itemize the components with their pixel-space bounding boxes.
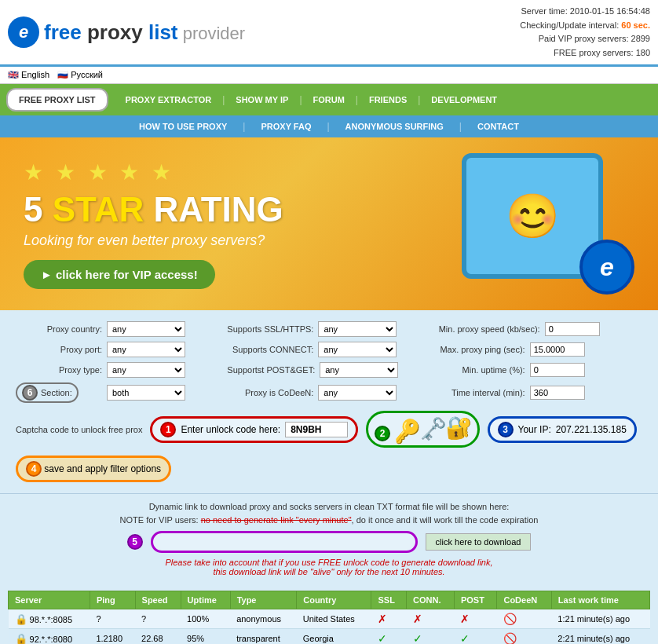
banner-right: 😊 e (438, 153, 634, 295)
nav-development[interactable]: DEVELOPMENT (420, 87, 508, 112)
proxy-table-container: Server Ping Speed Uptime Type Country SS… (0, 583, 658, 644)
filter-min-uptime: Min. uptime (%): (439, 362, 642, 378)
cell-ssl: ✓ (371, 629, 407, 644)
cell-server: 🔒 98.*.*:8085 (9, 609, 90, 629)
lock-icon: 🔒 (15, 633, 27, 644)
filter-time-interval: Time interval (min): (439, 382, 642, 403)
enter-label: Enter unlock code here: (181, 424, 280, 435)
min-speed-input[interactable] (545, 322, 600, 336)
nav-how-to-use[interactable]: HOW TO USE PROXY (123, 115, 243, 137)
download-warning1: Please take into account that if you use… (16, 558, 642, 567)
free-label: FREE proxy servers: (554, 48, 636, 57)
cell-country: United States (297, 609, 371, 629)
nav-anon-surfing[interactable]: ANONYMOUS SURFING (330, 115, 459, 137)
download-note1: Dynamic link to download proxy and socks… (16, 500, 642, 514)
paid-count: 2899 (631, 34, 650, 43)
col-server: Server (9, 591, 90, 609)
unlock-code-input[interactable] (285, 422, 348, 437)
ie-logo-icon: e (579, 240, 634, 295)
cell-post: ✗ (454, 609, 497, 629)
banner-5: 5 (24, 190, 42, 229)
codeen-select[interactable]: any (318, 385, 397, 401)
lock-icon: 🔒 (15, 613, 27, 625)
col-post: POST (454, 591, 497, 609)
proxy-type-label: Proxy type: (16, 365, 102, 375)
captcha-image-box: 2 🔑🗝️🔐 (366, 411, 479, 448)
interval-label: Checking/Update interval: (520, 20, 621, 30)
logo-e-icon: e (8, 16, 39, 48)
nav-proxy-faq[interactable]: PROXY FAQ (245, 115, 327, 137)
num-1: 1 (160, 422, 176, 437)
filter-proxy-country: Proxy country: any (16, 321, 219, 337)
logo-list: list (148, 20, 178, 44)
postget-select[interactable]: any (320, 362, 398, 378)
connect-select[interactable]: any (318, 342, 397, 357)
save-button-label: save and apply filter options (44, 463, 161, 474)
save-button-oval[interactable]: 4 save and apply filter options (16, 456, 171, 482)
time-interval-label: Time interval (min): (439, 388, 525, 397)
col-ping: Ping (90, 591, 135, 609)
nav-contact[interactable]: CONTACT (462, 115, 535, 137)
nav-friends[interactable]: FRIENDS (358, 87, 418, 112)
captcha-label: Captcha code to unlock free prox (16, 425, 142, 434)
cell-server: 🔒 92.*.*:8080 (9, 629, 90, 644)
server-info: Server time: 2010-01-15 16:54:48 Checkin… (520, 5, 650, 60)
your-ip-value: 207.221.135.185 (556, 424, 627, 435)
cell-post: ✓ (454, 629, 497, 644)
nav-forum[interactable]: FORUM (302, 87, 356, 112)
free-count: 180 (636, 48, 650, 57)
postget-label: Supportst POST&GET: (227, 365, 315, 375)
filter-proxy-port: Proxy port: any (16, 342, 219, 357)
nav-free-proxy-list[interactable]: FREE PROXY LIST (6, 88, 108, 112)
max-ping-input[interactable] (530, 342, 585, 357)
filter-codeen: Proxy is CoDeeN: any (227, 382, 430, 403)
nav-proxy-extractor[interactable]: PROXY EXTRACTOR (115, 87, 223, 112)
min-uptime-input[interactable] (530, 363, 585, 377)
proxy-port-label: Proxy port: (16, 345, 102, 354)
num-3: 3 (498, 422, 514, 437)
proxy-country-label: Proxy country: (16, 324, 102, 334)
min-uptime-label: Min. uptime (%): (439, 365, 525, 375)
banner-left: ★ ★ ★ ★ ★ 5 STAR RATING Looking for even… (24, 159, 283, 289)
cell-last: 2:21 minute(s) ago (551, 629, 649, 644)
cell-last: 1:21 minute(s) ago (551, 609, 649, 629)
cell-type: transparent (230, 629, 297, 644)
filter-postget: Supportst POST&GET: any (227, 362, 430, 378)
filter-section: 6 Section: both (16, 382, 219, 403)
cell-uptime: 95% (181, 629, 230, 644)
logo-proxy: proxy (82, 20, 148, 44)
language-bar: 🇬🇧 English 🇷🇺 Русский (0, 67, 658, 84)
proxy-country-select[interactable]: any (107, 321, 185, 337)
col-last: Last work time (551, 591, 649, 609)
nav-show-my-ip[interactable]: SHOW MY IP (225, 87, 299, 112)
ssl-select[interactable]: any (318, 321, 397, 337)
num-6: 6 (22, 385, 38, 401)
col-country: Country (297, 591, 371, 609)
download-button[interactable]: click here to download (426, 533, 532, 551)
banner-title: 5 STAR RATING (24, 190, 283, 229)
section-select[interactable]: both (107, 385, 185, 401)
table-row: 🔒 98.*.*:8085 ? ? 100% anonymous United … (9, 609, 650, 629)
logo-provider: provider (178, 24, 246, 43)
lang-russian[interactable]: 🇷🇺 Русский (57, 70, 103, 80)
server-time-label: Server time: (521, 6, 569, 16)
header: e free proxy list provider Server time: … (0, 0, 658, 67)
your-ip-oval: 3 Your IP: 207.221.135.185 (488, 416, 637, 443)
proxy-table: Server Ping Speed Uptime Type Country SS… (8, 591, 650, 644)
lang-english[interactable]: 🇬🇧 English (8, 70, 49, 80)
codeen-label: Proxy is CoDeeN: (227, 388, 313, 397)
max-ping-label: Max. proxy ping (sec): (439, 345, 525, 354)
download-link-oval (151, 531, 418, 553)
banner-vip-button[interactable]: ► click here for VIP access! (24, 260, 215, 289)
col-conn: CONN. (407, 591, 455, 609)
connect-label: Supports CONNECT: (227, 345, 313, 354)
num-5: 5 (127, 534, 143, 550)
proxy-type-select[interactable]: any (107, 362, 185, 378)
sub-nav: HOW TO USE PROXY | PROXY FAQ | ANONYMOUS… (0, 115, 658, 137)
filter-area: Proxy country: any Supports SSL/HTTPS: a… (0, 310, 658, 493)
time-interval-input[interactable] (530, 386, 585, 400)
section-label-text: Section: (41, 388, 72, 397)
logo: e free proxy list provider (8, 16, 245, 48)
cell-type: anonymous (230, 609, 297, 629)
proxy-port-select[interactable]: any (107, 342, 185, 357)
